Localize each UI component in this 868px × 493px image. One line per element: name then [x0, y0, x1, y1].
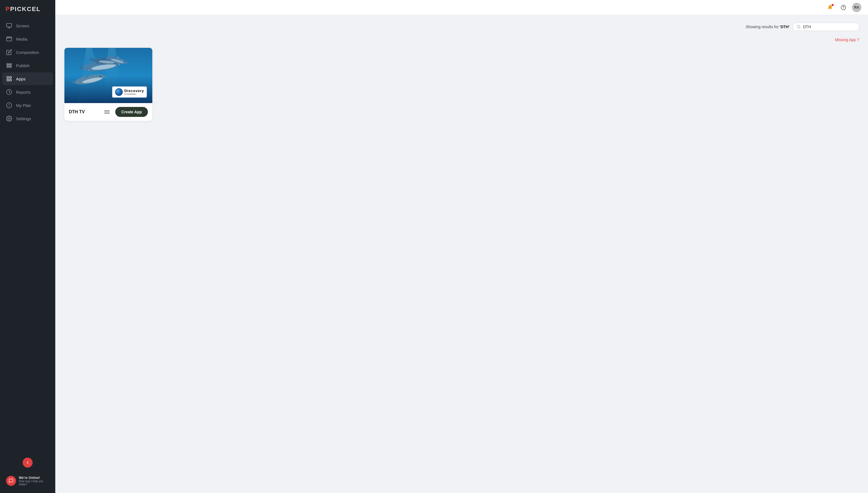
menu-line-2 [104, 112, 110, 112]
sidebar-item-media-label: Media [16, 37, 27, 41]
chat-text: We're Online! How may I help you today? [19, 476, 49, 486]
discovery-channel-logo: Discovery Channel [112, 86, 147, 98]
logo-p-letter: P [5, 5, 10, 13]
apps-content: Showing results for 'DTH' Missing App ? [55, 15, 868, 493]
app-card-title: DTH TV [69, 109, 85, 114]
sidebar-item-reports[interactable]: Reports [2, 86, 53, 99]
missing-app-text[interactable]: Missing App ? [835, 38, 859, 42]
sidebar: PPICKCEL Screen Me [0, 0, 55, 493]
create-app-button[interactable]: Create App [115, 107, 148, 117]
svg-point-18 [8, 118, 10, 120]
svg-rect-8 [7, 65, 12, 66]
discovery-logo-text: Discovery [124, 89, 144, 93]
app-card-dth-tv[interactable]: Discovery Channel DTH TV Create App [64, 47, 153, 121]
header: RA [55, 0, 868, 15]
sidebar-bottom: We're Online! How may I help you today? [0, 451, 55, 493]
app-card-menu-button[interactable] [103, 109, 111, 115]
search-prefix: Showing results for [746, 25, 780, 29]
chat-title: We're Online! [19, 476, 49, 480]
notification-badge [831, 4, 834, 6]
svg-rect-13 [10, 79, 11, 81]
sidebar-item-publish-label: Publish [16, 63, 29, 68]
svg-rect-9 [7, 67, 12, 68]
svg-point-41 [88, 69, 90, 71]
search-query: 'DTH' [780, 25, 789, 29]
chat-widget[interactable]: We're Online! How may I help you today? [2, 473, 53, 489]
sidebar-item-reports-label: Reports [16, 90, 31, 94]
help-button[interactable] [839, 3, 848, 12]
apps-grid: Discovery Channel DTH TV Create App [64, 47, 859, 121]
sidebar-item-apps[interactable]: Apps [2, 72, 53, 85]
media-icon [6, 36, 12, 42]
main-content: RA Showing results for 'DTH' Missing App… [55, 0, 868, 493]
publish-icon [6, 62, 12, 68]
svg-point-40 [117, 56, 119, 59]
missing-app-link: Missing App ? [64, 38, 859, 42]
sidebar-item-publish[interactable]: Publish [2, 59, 53, 72]
search-icon [797, 25, 801, 29]
collapse-sidebar-button[interactable] [23, 458, 33, 468]
discovery-channel-text: Channel [124, 93, 144, 95]
sidebar-logo: PPICKCEL [0, 0, 55, 19]
settings-icon [6, 115, 12, 122]
myplan-icon [6, 102, 12, 108]
svg-rect-11 [10, 77, 11, 78]
sidebar-item-myplan-label: My Plan [16, 103, 31, 108]
sidebar-item-composition-label: Composition [16, 50, 39, 55]
brand-logo: PPICKCEL [5, 5, 41, 13]
screen-icon [6, 23, 12, 29]
app-card-image: Discovery Channel [64, 48, 152, 103]
svg-rect-0 [7, 23, 12, 27]
sidebar-item-media[interactable]: Media [2, 33, 53, 45]
svg-rect-12 [7, 79, 8, 81]
logo-rest: PICKCEL [10, 5, 41, 13]
sidebar-item-apps-label: Apps [16, 77, 25, 81]
search-area: Showing results for 'DTH' [64, 23, 859, 31]
sidebar-item-composition[interactable]: Composition [2, 46, 53, 59]
svg-rect-10 [7, 77, 8, 78]
reports-icon [6, 89, 12, 95]
user-avatar[interactable]: RA [852, 3, 861, 12]
menu-line-3 [104, 113, 110, 113]
notification-button[interactable] [825, 3, 835, 12]
svg-point-38 [119, 64, 120, 65]
sidebar-item-screen[interactable]: Screen [2, 19, 53, 32]
sidebar-item-screen-label: Screen [16, 23, 29, 28]
svg-rect-7 [7, 64, 12, 65]
sidebar-item-settings-label: Settings [16, 116, 31, 121]
svg-point-42 [86, 65, 87, 66]
app-card-footer: DTH TV Create App [64, 103, 152, 121]
search-input-wrapper [793, 23, 859, 31]
apps-icon [6, 76, 12, 82]
chat-icon [6, 476, 16, 486]
menu-line-1 [104, 110, 110, 111]
chat-subtitle: How may I help you today? [19, 480, 49, 486]
search-results-text: Showing results for 'DTH' [746, 25, 789, 29]
sidebar-navigation: Screen Media Composition [0, 19, 55, 451]
composition-icon [6, 49, 12, 55]
sidebar-item-settings[interactable]: Settings [2, 112, 53, 125]
svg-line-22 [800, 28, 800, 28]
discovery-globe-icon [115, 88, 123, 96]
search-input[interactable] [803, 25, 855, 29]
svg-point-39 [122, 60, 123, 61]
sidebar-item-myplan[interactable]: My Plan [2, 99, 53, 112]
